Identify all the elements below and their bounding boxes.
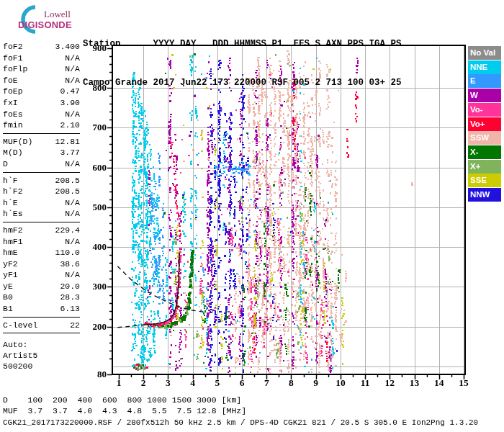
x-tick-label-8: 8 bbox=[280, 377, 302, 389]
legend-item-nne: NNE bbox=[468, 60, 501, 74]
param-value: N/A bbox=[65, 75, 80, 86]
param-separator bbox=[3, 172, 80, 173]
x-tick-label-14: 14 bbox=[428, 377, 450, 389]
param-value: N/A bbox=[65, 236, 80, 248]
param-value: 28.3 bbox=[60, 292, 80, 303]
x-tick-label-9: 9 bbox=[305, 377, 327, 389]
param-value: 208.5 bbox=[55, 186, 80, 197]
ionogram-screen: { "logo": {"line1": "Lowell", "line2": "… bbox=[0, 0, 504, 432]
param-label: hmF1 bbox=[3, 236, 23, 248]
param-label: hmF2 bbox=[3, 225, 23, 236]
param-value: 3.77 bbox=[60, 147, 80, 158]
param-label: D bbox=[3, 158, 8, 170]
legend-item-noval: No Val bbox=[468, 46, 501, 60]
param-label: foEs bbox=[3, 109, 23, 120]
footer-info-line: CGK21_2017173220000.RSF / 280fx512h 50 k… bbox=[3, 418, 478, 427]
param-label: C-level bbox=[3, 320, 37, 331]
y-tick-label-700: 700 bbox=[84, 122, 107, 133]
param-label: M(D) bbox=[3, 147, 23, 158]
param-row-hmf2: hmF2229.4 bbox=[3, 225, 80, 236]
param-row-hmf1: hmF1N/A bbox=[3, 236, 80, 248]
param-value: 0.47 bbox=[60, 86, 80, 97]
param-value: 110.0 bbox=[55, 247, 80, 258]
param-label: fxI bbox=[3, 97, 18, 109]
param-separator bbox=[3, 133, 80, 134]
parameter-panel: foF23.400foF1N/AfoFlpN/AfoEN/AfoEp0.47fx… bbox=[3, 41, 80, 372]
param-label: B1 bbox=[3, 303, 13, 315]
x-tick-label-6: 6 bbox=[231, 377, 253, 389]
footer-muf-row: MUF 3.7 3.7 4.0 4.3 4.8 5.5 7.5 12.8 [MH… bbox=[3, 406, 246, 415]
legend-item-x-: X- bbox=[468, 145, 501, 159]
param-row-ye: yE20.0 bbox=[3, 281, 80, 292]
x-tick-label-12: 12 bbox=[379, 377, 400, 389]
x-tick-label-10: 10 bbox=[330, 377, 351, 389]
y-tick-label-200: 200 bbox=[84, 321, 107, 333]
x-tick-label-15: 15 bbox=[453, 377, 474, 389]
param-row-foflp: foFlpN/A bbox=[3, 63, 80, 75]
param-label: yF2 bbox=[3, 258, 18, 270]
param-row-fof2: foF23.400 bbox=[3, 41, 80, 53]
legend-item-e: E bbox=[468, 74, 501, 88]
param-row-he: h`EN/A bbox=[3, 197, 80, 209]
param-value: 3.400 bbox=[55, 41, 80, 53]
param-value: 22 bbox=[70, 320, 80, 331]
param-label: hmE bbox=[3, 247, 18, 258]
param-value: 3.90 bbox=[60, 97, 80, 109]
param-value: N/A bbox=[65, 269, 80, 281]
y-tick-label-80: 80 bbox=[84, 369, 107, 380]
x-tick-label-5: 5 bbox=[207, 377, 228, 389]
param-row-foes: foEsN/A bbox=[3, 109, 80, 120]
param-row-yf2: yF238.6 bbox=[3, 258, 80, 270]
x-tick-label-4: 4 bbox=[182, 377, 204, 389]
auto-line-0: Auto: bbox=[3, 339, 80, 350]
param-value: N/A bbox=[65, 158, 80, 170]
param-row-fof1: foF1N/A bbox=[3, 53, 80, 64]
param-separator bbox=[3, 222, 80, 222]
header-values-row: Campo Grande 2017 Jun22 173 220000 RSF 0… bbox=[83, 76, 402, 89]
param-row-yf1: yF1N/A bbox=[3, 269, 80, 281]
footer-d-row: D 100 200 400 600 800 1000 1500 3000 [km… bbox=[3, 395, 241, 405]
x-tick-label-3: 3 bbox=[157, 377, 179, 389]
legend-item-w: W bbox=[468, 89, 501, 102]
logo-digisonde-text: DIGISONDE bbox=[18, 19, 72, 30]
y-tick-label-600: 600 bbox=[84, 162, 107, 174]
param-row-b0: B028.3 bbox=[3, 292, 80, 303]
header-block: Station YYYY DAY DDD HHMMSS P1 FFS S AXN… bbox=[83, 12, 402, 102]
y-tick-label-900: 900 bbox=[84, 42, 107, 54]
param-value: 12.81 bbox=[55, 136, 80, 148]
legend-item-ssw: SSW bbox=[468, 131, 501, 145]
x-tick-label-7: 7 bbox=[256, 377, 277, 389]
auto-line-2: 500200 bbox=[3, 361, 80, 372]
param-row-d: DN/A bbox=[3, 158, 80, 170]
param-row-foep: foEp0.47 bbox=[3, 86, 80, 97]
param-value: 38.6 bbox=[60, 258, 80, 270]
param-label: foF1 bbox=[3, 53, 23, 64]
param-label: foE bbox=[3, 75, 18, 86]
param-row-hme: hmE110.0 bbox=[3, 247, 80, 258]
x-tick-label-2: 2 bbox=[132, 377, 154, 389]
legend-item-vo+: Vo+ bbox=[468, 117, 501, 131]
param-label: yF1 bbox=[3, 269, 18, 281]
header-fields-row: Station YYYY DAY DDD HHMMSS P1 FFS S AXN… bbox=[83, 37, 402, 50]
param-value: 20.0 bbox=[60, 281, 80, 292]
x-tick-label-13: 13 bbox=[404, 377, 426, 389]
param-row-fxi: fxI3.90 bbox=[3, 97, 80, 109]
param-row-foe: foEN/A bbox=[3, 75, 80, 86]
param-value: N/A bbox=[65, 109, 80, 120]
param-label: MUF(D) bbox=[3, 136, 32, 148]
legend-item-vo-: Vo- bbox=[468, 103, 501, 117]
param-label: B0 bbox=[3, 292, 13, 303]
y-tick-label-300: 300 bbox=[84, 281, 107, 292]
param-value: 6.13 bbox=[60, 303, 80, 315]
legend-item-nnw: NNW bbox=[468, 188, 501, 202]
param-row-hes: h`EsN/A bbox=[3, 208, 80, 220]
param-row-md: M(D)3.77 bbox=[3, 147, 80, 158]
param-value: 2.10 bbox=[60, 120, 80, 131]
param-value: N/A bbox=[65, 53, 80, 64]
param-label: fmin bbox=[3, 120, 23, 131]
legend-item-sse: SSE bbox=[468, 174, 501, 187]
param-row-hf2: h`F2208.5 bbox=[3, 186, 80, 197]
param-row-c-level: C-level22 bbox=[3, 320, 80, 331]
x-tick-label-11: 11 bbox=[354, 377, 376, 389]
y-tick-label-500: 500 bbox=[84, 202, 107, 213]
